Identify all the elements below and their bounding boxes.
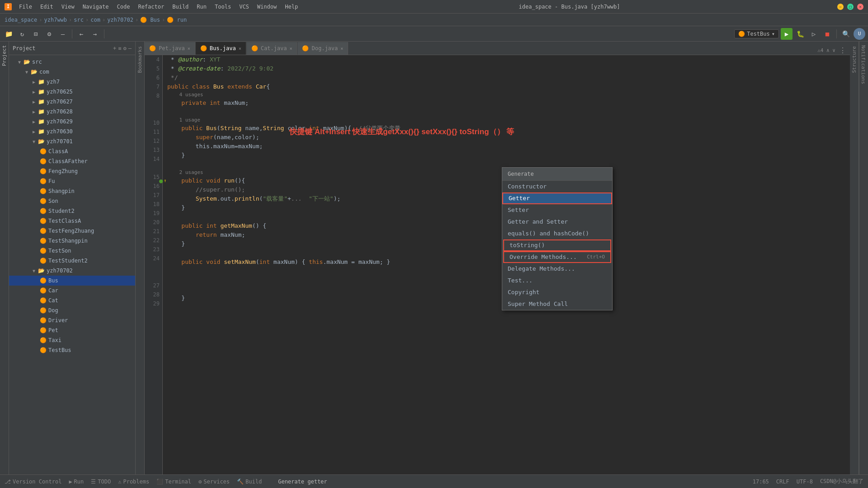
tab-pet[interactable]: 🟠 Pet.java ×	[145, 42, 195, 55]
tree-item-com[interactable]: ▼ 📂 com	[9, 67, 135, 77]
menu-equals-hashcode[interactable]: equals() and hashCode()	[502, 228, 612, 239]
toolbar-back-btn[interactable]: ←	[75, 28, 87, 40]
tab-overflow-btn[interactable]: ⋮	[839, 46, 846, 55]
tree-item-Pet[interactable]: 🟠 Pet	[9, 325, 135, 335]
tab-close-pet[interactable]: ×	[188, 46, 190, 51]
toolbar-forward-btn[interactable]: →	[89, 28, 101, 40]
debug-btn[interactable]: 🐛	[794, 28, 806, 40]
breadcrumb-item-5[interactable]: yzh70702	[107, 17, 133, 23]
tree-item-yzh70625[interactable]: ▶ 📁 yzh70625	[9, 87, 135, 97]
status-line-ending[interactable]: CRLF	[776, 479, 789, 485]
tab-dog[interactable]: 🟠 Dog.java ×	[297, 42, 348, 55]
status-terminal[interactable]: ⬛ Terminal	[156, 479, 191, 485]
status-services[interactable]: ⚙ Services	[198, 479, 230, 485]
coverage-btn[interactable]: ▷	[808, 28, 820, 40]
menu-help[interactable]: Help	[281, 3, 302, 11]
tree-item-yzh70702[interactable]: ▼ 📂 yzh70702	[9, 266, 135, 276]
menu-window[interactable]: Window	[254, 3, 280, 11]
project-sidebar-tab[interactable]: Project	[0, 42, 9, 474]
tree-item-yzh70627[interactable]: ▶ 📁 yzh70627	[9, 97, 135, 107]
menu-navigate[interactable]: Navigate	[79, 3, 113, 11]
structure-sidebar[interactable]: Structure	[850, 42, 859, 474]
tree-item-yzh70701[interactable]: ▼ 📂 yzh70701	[9, 136, 135, 146]
menu-getter[interactable]: Getter	[502, 192, 612, 204]
bookmarks-label[interactable]: Bookmarks	[137, 46, 143, 73]
breadcrumb-item-3[interactable]: src	[74, 17, 84, 23]
menu-delegate[interactable]: Delegate Methods...	[502, 263, 612, 275]
tree-item-Taxi[interactable]: 🟠 Taxi	[9, 335, 135, 345]
toolbar-collapse-btn[interactable]: ⊟	[30, 28, 42, 40]
menu-copyright[interactable]: Copyright	[502, 286, 612, 298]
menu-getter-setter[interactable]: Getter and Setter	[502, 216, 612, 228]
tree-settings-btn[interactable]: ⚙	[123, 45, 127, 52]
run-button[interactable]: ▶	[781, 28, 793, 40]
tree-item-Driver[interactable]: 🟠 Driver	[9, 315, 135, 325]
menu-code[interactable]: Code	[113, 3, 134, 11]
tree-item-Shangpin[interactable]: 🟠 Shangpin	[9, 186, 135, 196]
structure-label[interactable]: Structure	[851, 46, 857, 73]
menu-vcs[interactable]: VCS	[236, 3, 253, 11]
status-run[interactable]: ▶ Run	[69, 479, 84, 485]
tree-item-TestClassA[interactable]: 🟠 TestClassA	[9, 216, 135, 226]
run-config-selector[interactable]: 🟠 TestBus ▾	[734, 29, 779, 38]
minimize-button[interactable]: −	[837, 4, 844, 10]
bookmarks-sidebar[interactable]: Bookmarks	[136, 42, 145, 474]
tab-close-bus[interactable]: ×	[239, 46, 241, 51]
tree-item-ClassA[interactable]: 🟠 ClassA	[9, 146, 135, 156]
status-position[interactable]: 17:65	[753, 479, 769, 485]
breadcrumb-item-6[interactable]: 🟠 Bus	[140, 17, 160, 23]
toolbar-project-btn[interactable]: 📁	[3, 28, 14, 40]
tree-item-Student2[interactable]: 🟠 Student2	[9, 206, 135, 216]
menu-setter[interactable]: Setter	[502, 204, 612, 216]
tree-item-Cat[interactable]: 🟠 Cat	[9, 296, 135, 305]
tree-add-btn[interactable]: +	[113, 45, 116, 52]
tab-cat[interactable]: 🟠 Cat.java ×	[247, 42, 297, 55]
tab-close-dog[interactable]: ×	[340, 46, 343, 51]
menu-file[interactable]: File	[15, 3, 36, 11]
menu-tostring[interactable]: toString()	[503, 239, 611, 251]
maximize-button[interactable]: □	[847, 4, 854, 10]
tree-item-src[interactable]: ▼ 📂 src	[9, 57, 135, 67]
tree-item-Car[interactable]: 🟠 Car	[9, 286, 135, 296]
menu-view[interactable]: View	[58, 3, 78, 11]
stop-btn[interactable]: ■	[821, 28, 833, 40]
tree-item-TestBus[interactable]: 🟠 TestBus	[9, 345, 135, 355]
breadcrumb-item-4[interactable]: com	[90, 17, 100, 23]
tree-item-Bus[interactable]: 🟠 Bus	[9, 276, 135, 286]
menu-override[interactable]: Override Methods... Ctrl+O	[503, 251, 611, 263]
status-problems[interactable]: ⚠ Problems	[118, 479, 149, 485]
tab-close-cat[interactable]: ×	[289, 46, 292, 51]
toolbar-settings-btn[interactable]: ⚙	[43, 28, 55, 40]
tree-item-Dog[interactable]: 🟠 Dog	[9, 305, 135, 315]
code-lines[interactable]: * @author : XYT * @create-date : 2022/7/…	[163, 55, 850, 474]
tree-item-yzh70630[interactable]: ▶ 📁 yzh70630	[9, 127, 135, 136]
menu-super-call[interactable]: Super Method Call	[502, 298, 612, 310]
close-button[interactable]: ×	[857, 4, 863, 10]
tree-item-TestStudent2[interactable]: 🟠 TestStudent2	[9, 256, 135, 266]
status-build[interactable]: 🔨 Build	[237, 479, 262, 485]
avatar-btn[interactable]: U	[854, 28, 865, 40]
code-editor[interactable]: 4 5 6 7 8 10 11 12 13 14 15 16 17 18	[145, 55, 850, 474]
notifications-label[interactable]: Notifications	[859, 42, 867, 88]
toolbar-minimize-btn[interactable]: —	[57, 28, 69, 40]
tree-close-btn[interactable]: —	[128, 45, 132, 52]
tree-item-yzh70628[interactable]: ▶ 📁 yzh70628	[9, 107, 135, 117]
breadcrumb-item-1[interactable]: idea_space	[5, 17, 37, 23]
notifications-panel[interactable]: Notifications	[859, 42, 868, 474]
tree-item-Son[interactable]: 🟠 Son	[9, 196, 135, 206]
status-version-control[interactable]: ⎇ Version Control	[5, 479, 61, 485]
tree-item-TestFengZhuang[interactable]: 🟠 TestFengZhuang	[9, 226, 135, 236]
tree-item-Fu[interactable]: 🟠 Fu	[9, 176, 135, 186]
menu-refactor[interactable]: Refactor	[134, 3, 168, 11]
status-todo[interactable]: ☰ TODO	[91, 479, 111, 485]
tab-bus[interactable]: 🟠 Bus.java ×	[196, 42, 246, 55]
menu-test[interactable]: Test...	[502, 275, 612, 286]
tree-item-yzh7[interactable]: ▶ 📁 yzh7	[9, 77, 135, 87]
menu-build[interactable]: Build	[169, 3, 192, 11]
menu-edit[interactable]: Edit	[37, 3, 57, 11]
project-tab-label[interactable]: Project	[1, 45, 7, 66]
menu-run[interactable]: Run	[193, 3, 210, 11]
tree-item-TestShangpin[interactable]: 🟠 TestShangpin	[9, 236, 135, 246]
tree-item-TestSon[interactable]: 🟠 TestSon	[9, 246, 135, 256]
tree-collapse-btn[interactable]: ≡	[118, 45, 121, 52]
